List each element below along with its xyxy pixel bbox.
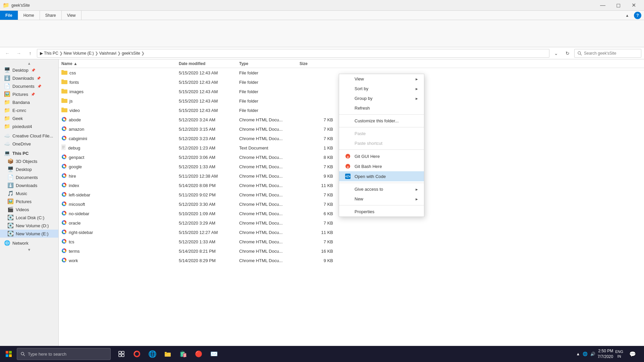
sidebar-item-new-volume-e[interactable]: 💽 New Volume (E:): [0, 230, 58, 238]
sidebar-item-onedrive[interactable]: ☁️ OneDrive: [0, 140, 58, 148]
ctx-group-by[interactable]: Group by ►: [339, 94, 424, 103]
sidebar-item-videos[interactable]: 🎬 Videos: [0, 205, 58, 214]
maximize-button[interactable]: ◻: [610, 0, 626, 11]
tab-view[interactable]: View: [62, 11, 82, 20]
breadcrumb[interactable]: ▶ This PC ❯ New Volume (E:) ❯ Vaishnavi …: [37, 49, 549, 58]
ctx-new[interactable]: New ►: [339, 194, 424, 204]
svg-point-37: [63, 193, 65, 195]
ctx-give-access[interactable]: Give access to ►: [339, 184, 424, 194]
breadcrumb-segment[interactable]: geek'sSite: [122, 51, 140, 56]
sidebar-item-ecmrc[interactable]: 📁 E-cmrc: [0, 106, 58, 114]
file-type: Chrome HTML Docu...: [239, 249, 300, 254]
file-type-icon: [61, 220, 67, 226]
file-date: 5/15/2020 12:43 AM: [179, 89, 239, 94]
col-header-name[interactable]: Name ▲: [61, 61, 179, 66]
sidebar-item-documents-qa[interactable]: 📄 Documents 📌: [0, 82, 58, 90]
table-row[interactable]: oracle 5/12/2020 3:29 AM Chrome HTML Doc…: [59, 218, 644, 228]
taskview-button[interactable]: [114, 347, 129, 361]
notification-button[interactable]: 💬: [625, 347, 640, 361]
col-header-date[interactable]: Date modified: [179, 61, 239, 66]
table-row[interactable]: right-sidebar 5/15/2020 12:27 AM Chrome …: [59, 228, 644, 237]
sidebar-item-this-pc[interactable]: 💻 This PC: [0, 149, 58, 157]
sidebar-item-geek[interactable]: 📁 Geek: [0, 114, 58, 122]
sidebar-item-new-volume-d[interactable]: 💽 New Volume (D:): [0, 222, 58, 230]
file-type: Chrome HTML Docu...: [239, 155, 300, 160]
ribbon-collapse-button[interactable]: ▲: [623, 11, 632, 20]
ctx-git-bash[interactable]: g Git Bash Here: [339, 161, 424, 171]
col-header-type[interactable]: Type: [239, 61, 300, 66]
ctx-refresh[interactable]: Refresh: [339, 103, 424, 113]
svg-rect-73: [119, 354, 121, 357]
forward-button[interactable]: →: [14, 49, 23, 58]
up-button[interactable]: ↑: [25, 49, 35, 58]
file-type-icon: [61, 107, 67, 113]
sidebar-item-pictures-qa[interactable]: 🖼️ Pictures 📌: [0, 90, 58, 98]
sidebar-item-desktop-pc[interactable]: 🖥️ Desktop: [0, 165, 58, 173]
explorer-taskbar-button[interactable]: [160, 347, 175, 361]
file-type-icon: [61, 98, 67, 104]
ctx-git-gui[interactable]: g Git GUI Here: [339, 151, 424, 161]
chrome-taskbar-button[interactable]: 🔴: [191, 347, 206, 361]
scroll-up-indicator: ▲: [0, 61, 58, 66]
file-size: 16 KB: [300, 249, 333, 254]
search-input[interactable]: [574, 49, 641, 58]
recent-locations-button[interactable]: ⌄: [551, 49, 561, 58]
back-button[interactable]: ←: [3, 49, 12, 58]
vscode-icon: </>: [344, 174, 351, 179]
file-date: 5/11/2020 12:38 AM: [179, 174, 239, 179]
ctx-properties[interactable]: Properties: [339, 207, 424, 217]
clock[interactable]: 2:50 PM 7/7/2020: [597, 348, 613, 360]
file-name: js: [61, 98, 179, 104]
sidebar-item-network[interactable]: 🌐 Network: [0, 239, 58, 247]
table-row[interactable]: terms 5/14/2020 8:21 PM Chrome HTML Docu…: [59, 246, 644, 256]
close-button[interactable]: ✕: [626, 0, 641, 11]
taskbar-search-box[interactable]: Type here to search: [17, 348, 111, 360]
mail-taskbar-button[interactable]: ✉️: [207, 347, 221, 361]
sidebar-item-downloads-pc[interactable]: ⬇️ Downloads: [0, 181, 58, 189]
tab-home[interactable]: Home: [18, 11, 40, 20]
refresh-button[interactable]: ↻: [563, 49, 572, 58]
ctx-sort-by[interactable]: Sort by ►: [339, 84, 424, 94]
ctx-view[interactable]: View ►: [339, 74, 424, 84]
file-type: Chrome HTML Docu...: [239, 230, 300, 235]
tab-file[interactable]: File: [0, 11, 18, 20]
store-taskbar-button[interactable]: 🛍️: [176, 347, 191, 361]
file-type-icon: [61, 257, 67, 264]
sidebar-item-pixiedust4[interactable]: 📁 pixiedust4: [0, 122, 58, 130]
show-hidden-icons-button[interactable]: ▲: [576, 352, 580, 356]
svg-rect-67: [6, 354, 8, 357]
table-row[interactable]: tcs 5/12/2020 1:33 AM Chrome HTML Docu..…: [59, 237, 644, 246]
breadcrumb-segment[interactable]: Vaishnavi: [99, 51, 116, 56]
svg-rect-66: [9, 351, 12, 354]
sidebar-item-music[interactable]: 🎵 Music: [0, 189, 58, 197]
sidebar-item-documents-pc[interactable]: 📄 Documents: [0, 173, 58, 181]
table-row[interactable]: work 5/14/2020 8:29 PM Chrome HTML Docu.…: [59, 256, 644, 265]
col-header-size[interactable]: Size: [300, 61, 333, 66]
sidebar-item-pictures-pc[interactable]: 🖼️ Pictures: [0, 197, 58, 205]
sidebar-item-creative-cloud[interactable]: ☁️ Creative Cloud File...: [0, 132, 58, 140]
breadcrumb-segment[interactable]: ▶ This PC: [40, 51, 58, 56]
sidebar-item-desktop[interactable]: 🖥️ Desktop 📌: [0, 66, 58, 74]
file-date: 5/12/2020 3:23 AM: [179, 136, 239, 141]
edge-taskbar-button[interactable]: 🌐: [145, 347, 160, 361]
svg-point-12: [63, 118, 65, 120]
sidebar-item-downloads-qa[interactable]: ⬇️ Downloads 📌: [0, 74, 58, 82]
minimize-button[interactable]: —: [595, 0, 610, 11]
file-type: File folder: [239, 89, 300, 94]
file-date: 5/12/2020 3:15 AM: [179, 127, 239, 132]
file-type-icon: [61, 117, 67, 123]
file-name: terms: [61, 248, 179, 254]
sidebar-item-3d-objects[interactable]: 📦 3D Objects: [0, 157, 58, 165]
tab-share[interactable]: Share: [40, 11, 62, 20]
start-button[interactable]: [1, 347, 16, 361]
sidebar-item-local-disk-c[interactable]: 💽 Local Disk (C:): [0, 214, 58, 222]
cortana-button[interactable]: ⭕: [129, 347, 144, 361]
help-button[interactable]: ?: [634, 12, 641, 19]
title-bar: 📁 geek'sSite — ◻ ✕: [0, 0, 644, 11]
ctx-customize-folder[interactable]: Customize this folder...: [339, 116, 424, 126]
breadcrumb-segment[interactable]: New Volume (E:): [64, 51, 94, 56]
sidebar-item-bandana[interactable]: 📁 Bandana: [0, 98, 58, 106]
ctx-open-with-code[interactable]: </> Open with Code: [339, 171, 424, 181]
file-type-icon: [61, 192, 67, 198]
file-list-header: Name ▲ Date modified Type Size: [59, 59, 644, 68]
